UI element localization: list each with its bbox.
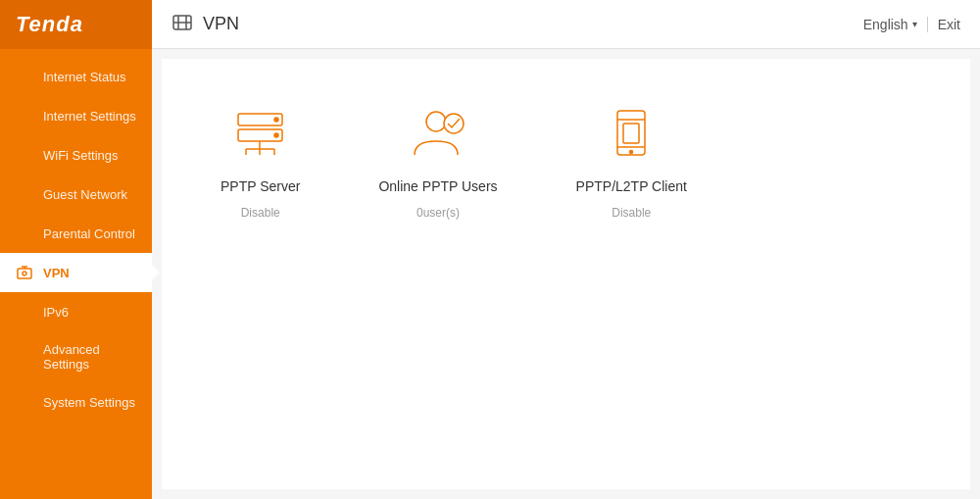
svg-rect-8 (18, 269, 31, 278)
page-title: VPN (203, 14, 239, 34)
vpn-cards-container: PPTP Server Disable Online PPTP Users (220, 98, 687, 220)
language-selector[interactable]: English ▾ (863, 17, 917, 32)
svg-point-40 (629, 150, 632, 153)
header-right: English ▾ Exit (863, 17, 960, 32)
svg-point-7 (25, 230, 29, 234)
online-pptp-users-title: Online PPTP Users (378, 178, 497, 194)
header-left: VPN (172, 12, 239, 37)
pptp-l2tp-client-title: PPTP/L2TP Client (576, 178, 687, 194)
ipv6-icon (16, 303, 33, 321)
pptp-l2tp-client-status: Disable (612, 206, 651, 220)
system-settings-icon (16, 393, 33, 411)
vpn-page-icon (172, 12, 193, 37)
sidebar-item-vpn[interactable]: VPN (0, 253, 152, 292)
svg-rect-18 (25, 395, 31, 401)
sidebar-item-label: Advanced Settings (43, 342, 136, 372)
sidebar-nav: Internet Status Internet Settings (0, 49, 152, 422)
sidebar-item-label: IPv6 (43, 305, 69, 320)
pptp-server-icon (226, 98, 295, 167)
svg-rect-16 (18, 360, 31, 363)
svg-point-9 (23, 272, 26, 275)
brand-logo: Tenda (16, 12, 83, 37)
header: VPN English ▾ Exit (152, 0, 980, 49)
svg-rect-20 (25, 403, 31, 409)
pptp-server-title: PPTP Server (220, 178, 300, 194)
exit-button[interactable]: Exit (938, 17, 960, 32)
svg-rect-14 (18, 351, 31, 354)
svg-rect-36 (617, 111, 645, 155)
vpn-content: PPTP Server Disable Online PPTP Users (162, 59, 970, 489)
pptp-l2tp-client-icon (597, 98, 665, 167)
sidebar-item-label: Internet Settings (43, 109, 136, 124)
pptp-server-card[interactable]: PPTP Server Disable (220, 98, 300, 220)
language-label: English (863, 17, 908, 32)
chevron-down-icon: ▾ (912, 19, 917, 29)
advanced-settings-icon (16, 348, 33, 366)
sidebar-item-label: Internet Status (43, 70, 126, 84)
svg-point-6 (21, 228, 25, 233)
wifi-settings-icon (16, 146, 33, 164)
internet-status-icon (16, 68, 33, 85)
sidebar-item-parental-control[interactable]: Parental Control (0, 214, 152, 253)
sidebar-item-system-settings[interactable]: System Settings (0, 382, 152, 422)
sidebar-item-ipv6[interactable]: IPv6 (0, 292, 152, 331)
header-divider (927, 17, 928, 32)
svg-point-27 (274, 118, 278, 122)
guest-network-icon (16, 185, 33, 203)
online-pptp-users-card[interactable]: Online PPTP Users 0user(s) (378, 98, 497, 220)
sidebar-item-label: Parental Control (43, 226, 135, 241)
online-pptp-users-status: 0user(s) (416, 206, 460, 220)
pptp-server-status: Disable (241, 206, 280, 220)
sidebar-item-wifi-settings[interactable]: WiFi Settings (0, 135, 152, 175)
sidebar-item-label: VPN (43, 266, 70, 280)
svg-point-28 (274, 133, 278, 137)
svg-point-5 (22, 188, 27, 194)
online-pptp-users-icon (404, 98, 472, 167)
sidebar-item-label: Guest Network (43, 187, 127, 202)
sidebar: Tenda Internet Status Internet Sett (0, 0, 152, 499)
svg-rect-39 (623, 124, 639, 143)
svg-point-34 (426, 112, 446, 131)
sidebar-item-label: WiFi Settings (43, 148, 119, 163)
sidebar-item-advanced-settings[interactable]: Advanced Settings (0, 331, 152, 382)
pptp-l2tp-client-card[interactable]: PPTP/L2TP Client Disable (576, 98, 687, 220)
parental-control-icon (16, 225, 33, 242)
sidebar-logo: Tenda (0, 0, 152, 49)
vpn-icon (16, 264, 33, 281)
svg-rect-19 (18, 403, 24, 409)
svg-rect-15 (18, 356, 31, 359)
svg-rect-17 (18, 395, 24, 401)
sidebar-item-guest-network[interactable]: Guest Network (0, 175, 152, 214)
main-content: VPN English ▾ Exit (152, 0, 980, 499)
svg-point-4 (24, 160, 25, 162)
sidebar-item-label: System Settings (43, 395, 135, 410)
svg-point-35 (444, 114, 464, 133)
sidebar-item-internet-status[interactable]: Internet Status (0, 57, 152, 96)
sidebar-item-internet-settings[interactable]: Internet Settings (0, 96, 152, 135)
internet-settings-icon (16, 107, 33, 125)
